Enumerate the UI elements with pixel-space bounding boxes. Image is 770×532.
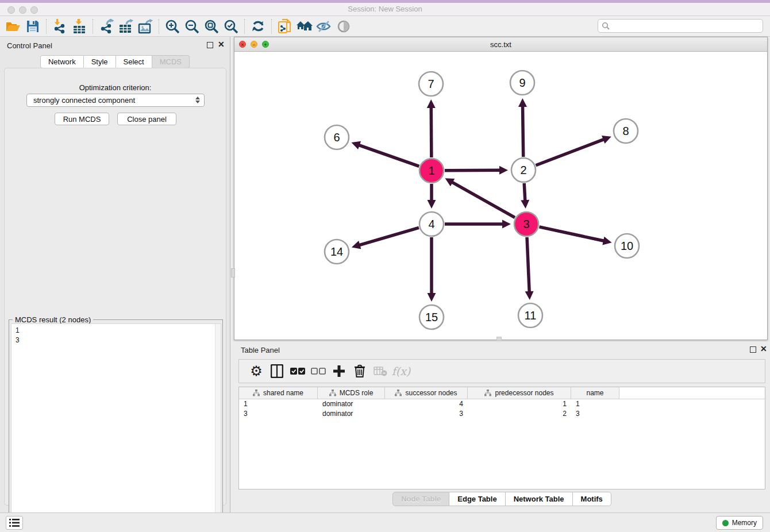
cell[interactable]: 3 — [385, 409, 468, 419]
table-panel-title: Table Panel — [241, 346, 280, 354]
control-panel-title: Control Panel — [7, 41, 52, 50]
home-icon[interactable] — [295, 18, 314, 35]
close-table-panel-icon[interactable]: ✕ — [760, 345, 767, 353]
edge-2-8[interactable] — [536, 140, 603, 165]
table-row[interactable]: 3dominator323 — [239, 409, 765, 419]
cell[interactable]: 2 — [468, 409, 571, 419]
clone-network-icon[interactable] — [275, 18, 295, 35]
edge-3-10[interactable] — [539, 227, 603, 241]
table-header-row[interactable]: shared nameMCDS rolesuccessor nodesprede… — [239, 387, 765, 399]
import-table-icon[interactable] — [70, 18, 89, 35]
node-label-9: 9 — [519, 76, 525, 89]
control-panel-tabs: NetworkStyleSelectMCDS — [0, 55, 230, 68]
memory-button[interactable]: Memory — [716, 516, 763, 530]
tab-network-table[interactable]: Network Table — [506, 492, 573, 506]
task-history-button[interactable] — [6, 516, 23, 530]
hierarchy-icon — [329, 390, 336, 396]
cell[interactable]: dominator — [318, 409, 385, 419]
arrowhead-icon — [602, 237, 611, 245]
close-panel-icon[interactable]: ✕ — [218, 40, 225, 48]
node-label-8: 8 — [622, 125, 629, 137]
cell[interactable]: dominator — [318, 399, 385, 409]
splitter-grip[interactable] — [231, 268, 235, 277]
import-network-icon[interactable] — [50, 18, 70, 35]
zoom-selected-icon[interactable] — [221, 18, 241, 35]
optimization-criterion-value: strongly connected component — [33, 96, 135, 105]
toolbar-separator — [271, 19, 272, 34]
edge-3-11[interactable] — [527, 237, 529, 292]
status-bar: Memory — [0, 512, 770, 532]
tab-mcds[interactable]: MCDS — [152, 55, 190, 68]
cell[interactable]: 3 — [239, 409, 318, 419]
edge-1-2[interactable] — [445, 170, 500, 171]
canvas-scroll-grip[interactable] — [496, 337, 502, 341]
result-scrollbar[interactable] — [215, 324, 221, 532]
cell[interactable]: 4 — [385, 399, 468, 409]
delete-column-trash-icon[interactable] — [349, 362, 370, 380]
export-network-icon[interactable] — [97, 18, 116, 35]
network-window-titlebar[interactable]: × − + scc.txt — [234, 37, 767, 52]
toolbar-separator — [159, 19, 159, 34]
arrowhead-icon — [352, 241, 361, 249]
cell[interactable]: 1 — [571, 399, 619, 409]
mcds-result-title: MCDS result (2 nodes) — [13, 315, 93, 324]
node-label-15: 15 — [425, 311, 438, 323]
column-header-shared-name[interactable]: shared name — [239, 387, 318, 399]
hide-selection-eye-icon[interactable] — [314, 18, 334, 35]
refresh-layout-icon[interactable] — [248, 18, 268, 35]
run-mcds-button[interactable]: Run MCDS — [55, 113, 109, 125]
network-graph[interactable]: 1234678910111415 — [234, 52, 767, 340]
control-panel: Control Panel ✕ NetworkStyleSelectMCDS O… — [0, 37, 230, 512]
close-panel-button[interactable]: Close panel — [117, 113, 176, 125]
mcds-tab-panel: Optimization criterion: strongly connect… — [4, 68, 226, 506]
deselect-checkboxes-icon[interactable] — [308, 362, 329, 380]
save-icon[interactable] — [23, 18, 43, 35]
cell[interactable]: 3 — [571, 409, 619, 419]
optimization-criterion-select[interactable]: strongly connected component — [26, 94, 205, 107]
list-icon — [9, 519, 20, 527]
export-image-icon[interactable] — [136, 18, 155, 35]
tab-motifs[interactable]: Motifs — [573, 492, 611, 506]
zoom-in-icon[interactable] — [163, 18, 182, 35]
edge-1-6[interactable] — [359, 145, 419, 167]
column-header-successor-nodes[interactable]: successor nodes — [385, 387, 468, 399]
tab-node-table[interactable]: Node Table — [392, 492, 449, 506]
edge-2-9[interactable] — [523, 106, 523, 157]
node-label-14: 14 — [330, 245, 343, 258]
edge-3-1[interactable] — [452, 182, 515, 218]
cell[interactable]: 1 — [468, 399, 571, 409]
column-header-MCDS-role[interactable]: MCDS role — [318, 387, 385, 399]
float-panel-icon[interactable] — [207, 42, 213, 48]
column-layout-icon[interactable] — [267, 362, 287, 380]
node-label-2: 2 — [520, 164, 526, 176]
node-label-10: 10 — [621, 240, 633, 252]
search-icon — [602, 22, 610, 30]
edge-2-3[interactable] — [524, 183, 525, 201]
cell[interactable]: 1 — [239, 399, 318, 409]
tab-style[interactable]: Style — [84, 55, 116, 68]
table-toolbar: ⚙ f(x) — [238, 359, 765, 383]
edge-1-7[interactable] — [431, 107, 432, 157]
select-all-checkboxes-icon[interactable] — [287, 362, 308, 380]
zoom-fit-icon[interactable] — [202, 18, 221, 35]
edge-4-14[interactable] — [359, 228, 419, 245]
delete-table-icon-disabled — [370, 362, 391, 380]
node-table[interactable]: shared nameMCDS rolesuccessor nodesprede… — [238, 387, 765, 489]
titlebar-accent — [0, 0, 770, 3]
zoom-out-icon[interactable] — [182, 18, 202, 35]
column-header-name[interactable]: name — [571, 387, 619, 399]
arrowhead-icon — [499, 166, 508, 175]
float-table-panel-icon[interactable] — [750, 346, 756, 353]
tab-edge-table[interactable]: Edge Table — [449, 492, 505, 506]
gear-icon[interactable]: ⚙ — [246, 362, 267, 380]
search-input[interactable] — [598, 19, 763, 33]
show-all-eye-icon[interactable] — [334, 18, 353, 35]
tab-network[interactable]: Network — [40, 55, 84, 68]
table-row[interactable]: 1dominator411 — [239, 399, 765, 409]
add-column-icon[interactable] — [329, 362, 349, 380]
column-header-predecessor-nodes[interactable]: predecessor nodes — [468, 387, 571, 399]
open-folder-icon[interactable] — [3, 18, 23, 35]
export-table-icon[interactable] — [116, 18, 136, 35]
tab-select[interactable]: Select — [116, 55, 152, 68]
mcds-result-text[interactable]: 1 3 — [11, 323, 221, 532]
